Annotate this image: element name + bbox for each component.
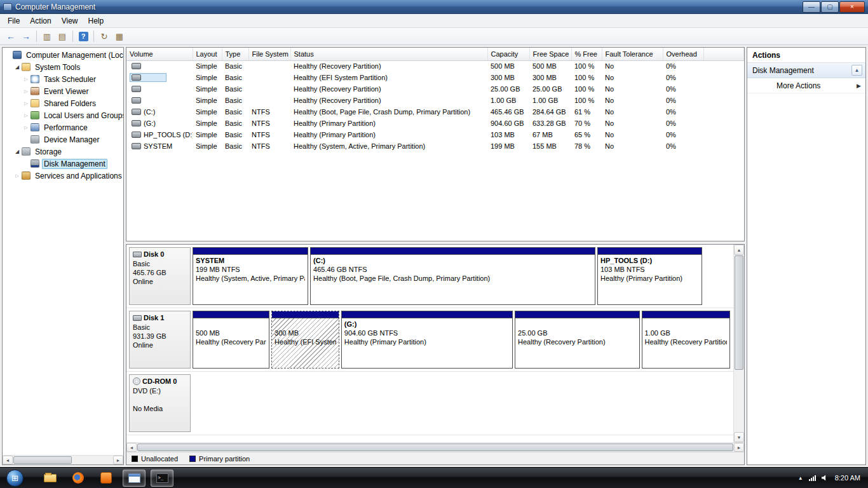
partition-size: 25.00 GB bbox=[518, 329, 637, 337]
actions-disk-management[interactable]: Disk Management bbox=[747, 63, 865, 78]
partition-25-00-gb[interactable]: 25.00 GBHealthy (Recovery Partition) bbox=[515, 311, 640, 369]
tree-item-label: Performance bbox=[42, 123, 90, 133]
disk-label-cd-rom-0[interactable]: CD-ROM 0DVD (E:) No Media bbox=[129, 374, 191, 432]
scroll-track[interactable] bbox=[734, 370, 744, 432]
taskbar-button-windows-explorer[interactable] bbox=[39, 470, 62, 487]
volume-row-healthy-recovery-partition[interactable]: SimpleBasicHealthy (Recovery Partition)1… bbox=[126, 95, 744, 106]
menu-file[interactable]: File bbox=[3, 15, 25, 27]
scroll-right-button[interactable] bbox=[113, 456, 123, 464]
show-hidden-icons-button[interactable] bbox=[798, 475, 803, 481]
export-list-button[interactable]: ▤ bbox=[55, 29, 70, 43]
show-console-tree-button[interactable]: ▥ bbox=[39, 29, 55, 43]
column-header-overhead[interactable]: Overhead bbox=[663, 48, 703, 60]
actions-more-actions[interactable]: More Actions bbox=[747, 78, 865, 93]
volume-row-healthy-recovery-partition[interactable]: SimpleBasicHealthy (Recovery Partition)5… bbox=[126, 60, 744, 72]
back-button[interactable]: ← bbox=[3, 29, 18, 43]
partition-system[interactable]: SYSTEM199 MB NTFSHealthy (System, Active… bbox=[193, 247, 308, 305]
minimize-button[interactable]: — bbox=[803, 1, 820, 13]
tree-collapsed-arrow-icon[interactable]: ▷ bbox=[22, 89, 30, 94]
column-header-capacity[interactable]: Capacity bbox=[487, 48, 529, 60]
tree-collapsed-arrow-icon[interactable]: ▷ bbox=[13, 173, 21, 179]
volume-name: SYSTEM bbox=[144, 142, 172, 150]
partition-1-00-gb[interactable]: 1.00 GBHealthy (Recovery Partition) bbox=[642, 311, 731, 369]
scroll-thumb[interactable] bbox=[137, 444, 733, 451]
volume-cell-content bbox=[130, 85, 146, 93]
disk-label-disk-1[interactable]: Disk 1Basic931.39 GBOnline bbox=[129, 311, 191, 369]
tree-expanded-arrow-icon[interactable]: ◢ bbox=[13, 64, 21, 70]
partition-hp-tools-d[interactable]: HP_TOOLS (D:)103 MB NTFSHealthy (Primary… bbox=[597, 247, 702, 305]
start-button[interactable] bbox=[6, 470, 24, 487]
taskbar-button-command-prompt[interactable] bbox=[151, 470, 173, 487]
tree-item-local-users-and-groups[interactable]: ▷Local Users and Groups bbox=[3, 109, 123, 121]
taskbar-button-app-orange[interactable] bbox=[95, 470, 118, 487]
column-header-fault-tolerance[interactable]: Fault Tolerance bbox=[602, 48, 663, 60]
help-button[interactable]: ? bbox=[76, 29, 91, 43]
taskbar-button-computer-management[interactable] bbox=[123, 470, 146, 487]
tree-item-event-viewer[interactable]: ▷Event Viewer bbox=[3, 85, 123, 97]
column-header-free-space[interactable]: Free Space bbox=[529, 48, 571, 60]
column-header-volume[interactable]: Volume bbox=[126, 48, 193, 60]
volume-icon[interactable] bbox=[822, 475, 828, 481]
scroll-left-button[interactable] bbox=[3, 456, 13, 464]
scroll-left-button[interactable] bbox=[126, 443, 137, 452]
scroll-thumb[interactable] bbox=[735, 255, 743, 370]
scroll-thumb[interactable] bbox=[13, 456, 72, 464]
maximize-button[interactable]: ▢ bbox=[821, 1, 839, 13]
taskbar-button-firefox[interactable] bbox=[67, 470, 90, 487]
volume-row-healthy-recovery-partition[interactable]: SimpleBasicHealthy (Recovery Partition)2… bbox=[126, 83, 744, 95]
collapse-section-button[interactable] bbox=[851, 65, 862, 76]
close-button[interactable]: × bbox=[839, 1, 865, 13]
filler-cell bbox=[703, 106, 744, 118]
graph-vertical-scrollbar[interactable] bbox=[733, 245, 744, 442]
back-icon: ← bbox=[6, 31, 15, 41]
tree-item-task-scheduler[interactable]: ▷Task Scheduler bbox=[3, 73, 123, 85]
graph-horizontal-scrollbar[interactable] bbox=[126, 442, 744, 452]
volume-row-system[interactable]: SYSTEMSimpleBasicNTFSHealthy (System, Ac… bbox=[126, 140, 744, 152]
volume-row-c[interactable]: (C:)SimpleBasicNTFSHealthy (Boot, Page F… bbox=[126, 106, 744, 118]
tree-item-disk-management[interactable]: Disk Management bbox=[3, 158, 123, 170]
disk-label-disk-0[interactable]: Disk 0Basic465.76 GBOnline bbox=[129, 247, 191, 305]
scroll-track[interactable] bbox=[72, 456, 113, 464]
volume-cell: 100 % bbox=[571, 72, 602, 83]
tree-horizontal-scrollbar[interactable] bbox=[3, 455, 123, 464]
scroll-down-button[interactable] bbox=[734, 432, 744, 442]
tree-item-performance[interactable]: ▷Performance bbox=[3, 121, 123, 133]
partition-300-mb[interactable]: 300 MBHealthy (EFI System Partition) bbox=[271, 311, 339, 369]
menu-help[interactable]: Help bbox=[83, 15, 109, 27]
partition-500-mb[interactable]: 500 MBHealthy (Recovery Partition) bbox=[193, 311, 269, 369]
volume-cell bbox=[248, 72, 290, 83]
volume-cell: 500 MB bbox=[487, 60, 529, 72]
scroll-right-button[interactable] bbox=[734, 443, 744, 452]
volume-row-g[interactable]: (G:)SimpleBasicNTFSHealthy (Primary Part… bbox=[126, 118, 744, 129]
partition-g[interactable]: (G:)904.60 GB NTFSHealthy (Primary Parti… bbox=[341, 311, 513, 369]
tree-collapsed-arrow-icon[interactable]: ▷ bbox=[22, 125, 30, 130]
menu-view[interactable]: View bbox=[57, 15, 83, 27]
scroll-up-button[interactable] bbox=[734, 245, 744, 255]
clock[interactable]: 8:20 AM bbox=[835, 474, 860, 482]
disk-view-button[interactable]: ▦ bbox=[112, 29, 127, 43]
tree-collapsed-arrow-icon[interactable]: ▷ bbox=[22, 113, 30, 118]
tree-item-device-manager[interactable]: Device Manager bbox=[3, 133, 123, 146]
title-bar[interactable]: Computer Management —▢× bbox=[0, 0, 868, 14]
tree-item-shared-folders[interactable]: ▷Shared Folders bbox=[3, 97, 123, 109]
menu-action[interactable]: Action bbox=[25, 15, 56, 27]
tree-item-storage[interactable]: ◢Storage bbox=[3, 146, 123, 158]
column-header-status[interactable]: Status bbox=[290, 48, 487, 60]
refresh-button[interactable]: ↻ bbox=[97, 29, 112, 43]
column-header-free[interactable]: % Free bbox=[571, 48, 602, 60]
column-header-type[interactable]: Type bbox=[222, 48, 248, 60]
tree-item-computer-management-local[interactable]: Computer Management (Local bbox=[3, 49, 123, 61]
volume-row-hp-tools-d[interactable]: HP_TOOLS (D:)SimpleBasicNTFSHealthy (Pri… bbox=[126, 129, 744, 140]
tree-collapsed-arrow-icon[interactable]: ▷ bbox=[22, 77, 30, 82]
tree-item-system-tools[interactable]: ◢System Tools bbox=[3, 61, 123, 73]
column-header-layout[interactable]: Layout bbox=[193, 48, 222, 60]
volume-cell bbox=[126, 60, 193, 72]
tree-collapsed-arrow-icon[interactable]: ▷ bbox=[22, 101, 30, 106]
column-header-file-system[interactable]: File System bbox=[248, 48, 290, 60]
volume-row-healthy-efi-system-partition[interactable]: SimpleBasicHealthy (EFI System Partition… bbox=[126, 72, 744, 83]
tree-expanded-arrow-icon[interactable]: ◢ bbox=[13, 149, 21, 154]
network-icon[interactable] bbox=[809, 475, 816, 481]
forward-button[interactable]: → bbox=[18, 29, 34, 43]
tree-item-services-and-applications[interactable]: ▷Services and Applications bbox=[3, 170, 123, 182]
partition-c[interactable]: (C:)465.46 GB NTFSHealthy (Boot, Page Fi… bbox=[310, 247, 595, 305]
